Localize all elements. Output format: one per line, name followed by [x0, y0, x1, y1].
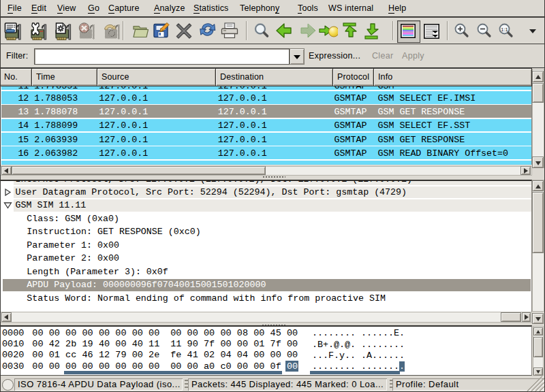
svg-text:1:1: 1:1: [501, 27, 508, 33]
